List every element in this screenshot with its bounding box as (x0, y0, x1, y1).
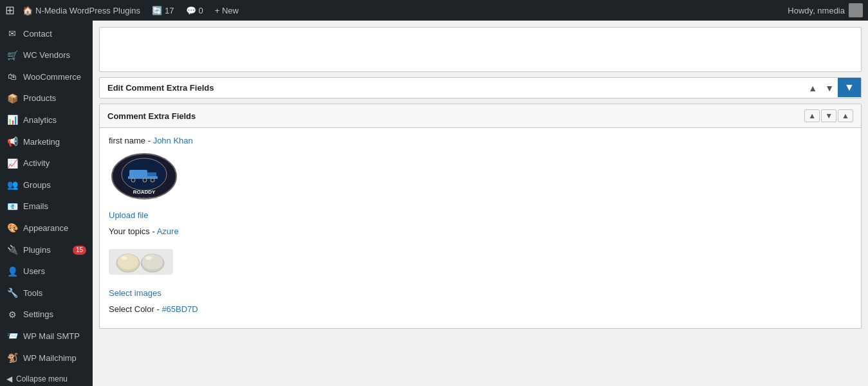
sidebar-label-products: Products (23, 93, 86, 104)
comment-extra-fields-box: Comment Extra Fields ▲ ▼ ▲ first name - … (99, 104, 862, 329)
edit-comment-down-button[interactable]: ▼ (821, 81, 838, 95)
admin-bar-new[interactable]: + New (211, 6, 243, 15)
wp-mailchimp-icon: 🐒 (6, 352, 18, 365)
sidebar: ✉ Contact 🛒 WC Vendors 🛍 WooCommerce 📦 P… (0, 21, 93, 386)
sidebar-label-emails: Emails (23, 201, 86, 212)
sidebar-item-settings[interactable]: ⚙ Settings (0, 304, 93, 326)
select-images-row: Select images (109, 288, 852, 298)
edit-comment-bar: Edit Comment Extra Fields ▲ ▼ ▼ (99, 77, 862, 98)
new-label: + New (215, 6, 239, 15)
admin-bar-updates[interactable]: 🔄 17 (148, 6, 178, 15)
sidebar-item-wc-vendors[interactable]: 🛒 WC Vendors (0, 45, 93, 67)
sidebar-label-users: Users (23, 266, 86, 277)
svg-point-14 (142, 254, 163, 270)
sidebar-label-activity: Activity (23, 158, 86, 169)
your-topics-field-row: Your topics - Azure (109, 226, 852, 236)
first-name-field-row: first name - John Khan (109, 136, 852, 145)
sidebar-item-wp-mailchimp[interactable]: 🐒 WP Mailchimp (0, 347, 93, 369)
analytics-icon: 📊 (6, 114, 18, 127)
sidebar-label-wc-vendors: WC Vendors (23, 50, 86, 61)
sidebar-label-plugins: Plugins (23, 244, 68, 256)
groups-icon: 👥 (6, 179, 18, 192)
sidebar-item-marketing[interactable]: 📢 Marketing (0, 131, 93, 153)
sidebar-item-users[interactable]: 👤 Users (0, 261, 93, 283)
products-icon: 📦 (6, 93, 18, 106)
collapse-menu[interactable]: ◀ Collapse menu (0, 369, 93, 387)
sidebar-item-activity[interactable]: 📈 Activity (0, 153, 93, 175)
your-topics-label: Your topics - (109, 226, 157, 236)
admin-bar-home[interactable]: 🏠 N-Media WordPress Plugins (19, 6, 144, 15)
svg-text:Online Booking Solution: Online Booking Solution (131, 196, 158, 199)
sidebar-item-appearance[interactable]: 🎨 Appearance (0, 217, 93, 239)
svg-point-12 (118, 254, 138, 270)
plugins-icon: 🔌 (6, 244, 18, 257)
tools-icon: 🔧 (6, 287, 18, 300)
select-color-value[interactable]: #65BD7D (162, 304, 198, 314)
fields-box-header-controls: ▲ ▼ ▲ (804, 109, 853, 122)
home-icon: 🏠 (23, 6, 33, 15)
marketing-icon: 📢 (6, 136, 18, 149)
fields-box-down-button[interactable]: ▼ (821, 109, 836, 122)
sidebar-label-contact: Contact (23, 28, 86, 40)
sidebar-label-tools: Tools (23, 288, 86, 299)
site-name: N-Media WordPress Plugins (35, 6, 140, 15)
tablet-pills-image (109, 243, 173, 281)
edit-comment-bar-controls: ▲ ▼ (804, 81, 838, 95)
fields-box-header: Comment Extra Fields ▲ ▼ ▲ (100, 104, 861, 128)
edit-comment-up-button[interactable]: ▲ (804, 81, 821, 95)
sidebar-item-groups[interactable]: 👥 Groups (0, 174, 93, 196)
plugins-badge: 15 (73, 246, 86, 255)
wp-logo-icon[interactable]: ⊞ (5, 3, 15, 17)
edit-comment-toggle-button[interactable]: ▼ (838, 78, 861, 97)
select-images-link[interactable]: Select images (109, 288, 162, 298)
fields-box-title: Comment Extra Fields (107, 111, 804, 121)
sidebar-item-products[interactable]: 📦 Products (0, 88, 93, 110)
roaddy-logo-image: ROADDY Online Booking Solution (109, 152, 180, 203)
sidebar-item-analytics[interactable]: 📊 Analytics (0, 109, 93, 131)
svg-point-6 (143, 178, 147, 182)
sidebar-item-tools[interactable]: 🔧 Tools (0, 282, 93, 304)
sidebar-item-contact[interactable]: ✉ Contact (0, 23, 93, 45)
collapse-label: Collapse menu (16, 374, 68, 383)
appearance-icon: 🎨 (6, 222, 18, 235)
upload-file-row: Upload file (109, 210, 852, 220)
your-topics-value[interactable]: Azure (157, 226, 179, 236)
activity-icon: 📈 (6, 158, 18, 170)
comments-icon: 💬 (186, 6, 196, 15)
sidebar-label-woocommerce: WooCommerce (23, 71, 86, 83)
sidebar-item-emails[interactable]: 📧 Emails (0, 196, 93, 218)
contact-icon: ✉ (6, 28, 18, 41)
sidebar-item-wp-mail-smtp[interactable]: 📨 WP Mail SMTP (0, 326, 93, 347)
sidebar-label-wp-mailchimp: WP Mailchimp (23, 353, 86, 364)
sidebar-label-groups: Groups (23, 179, 86, 191)
sidebar-label-appearance: Appearance (23, 223, 86, 234)
upload-file-link[interactable]: Upload file (109, 210, 148, 220)
updates-count: 17 (165, 6, 174, 15)
admin-bar-comments[interactable]: 💬 0 (182, 6, 207, 15)
admin-bar: ⊞ 🏠 N-Media WordPress Plugins 🔄 17 💬 0 +… (0, 0, 868, 21)
users-icon: 👤 (6, 266, 18, 279)
settings-icon: ⚙ (6, 309, 18, 322)
sidebar-label-marketing: Marketing (23, 136, 86, 148)
comment-textarea-container (99, 27, 862, 72)
svg-point-5 (131, 178, 135, 182)
svg-text:ROADDY: ROADDY (133, 189, 156, 195)
user-avatar (849, 3, 863, 17)
wc-vendors-icon: 🛒 (6, 50, 18, 62)
wp-mail-smtp-icon: 📨 (6, 330, 18, 343)
fields-box-up-button[interactable]: ▲ (804, 109, 820, 122)
first-name-value[interactable]: John Khan (153, 136, 193, 145)
select-color-field-row: Select Color - #65BD7D (109, 304, 852, 314)
edit-comment-bar-title: Edit Comment Extra Fields (100, 78, 804, 98)
updates-icon: 🔄 (152, 6, 162, 15)
roaddy-logo-container: ROADDY Online Booking Solution (109, 152, 852, 205)
sidebar-label-settings: Settings (23, 309, 86, 320)
sidebar-item-woocommerce[interactable]: 🛍 WooCommerce (0, 66, 93, 88)
admin-bar-user[interactable]: Howdy, nmedia (788, 3, 863, 17)
sidebar-item-plugins[interactable]: 🔌 Plugins 15 (0, 239, 93, 261)
fields-content: first name - John Khan (100, 128, 861, 328)
svg-point-15 (121, 256, 127, 260)
svg-point-16 (145, 256, 152, 260)
fields-box-expand-button[interactable]: ▲ (838, 109, 853, 122)
woocommerce-icon: 🛍 (6, 71, 18, 84)
